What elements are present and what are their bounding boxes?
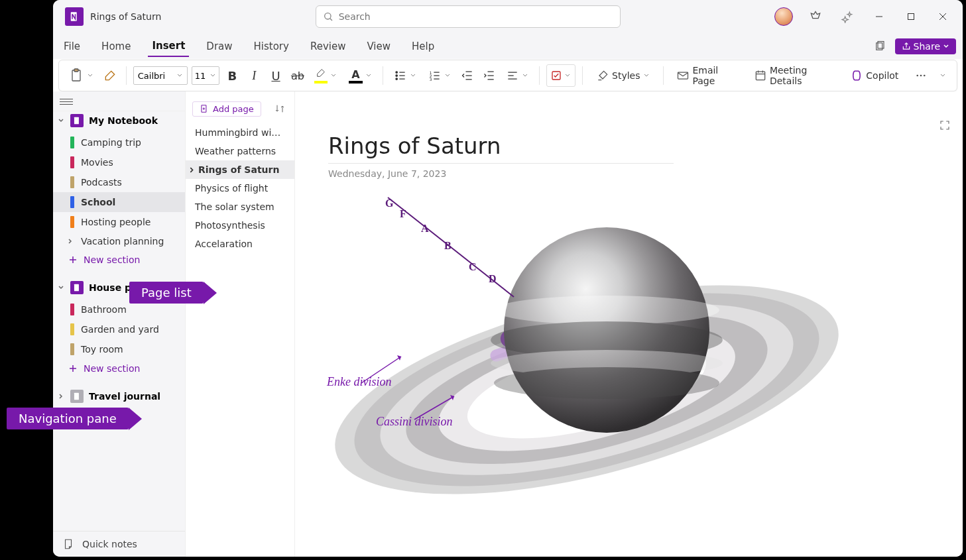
font-color-button[interactable]: A	[345, 64, 375, 87]
bold-button[interactable]: B	[223, 64, 241, 87]
ribbon-expand-button[interactable]	[934, 64, 951, 87]
svg-point-8	[395, 75, 397, 77]
saturn-svg	[322, 191, 852, 535]
chevron-down-icon	[330, 72, 337, 79]
close-button[interactable]	[928, 3, 957, 30]
user-avatar[interactable]	[774, 7, 793, 26]
chevron-down-icon	[522, 72, 528, 79]
email-page-button[interactable]: Email Page	[670, 64, 743, 87]
font-size-select[interactable]: 11	[192, 66, 219, 85]
svg-rect-21	[74, 284, 79, 292]
section-camping-trip[interactable]: Camping trip	[53, 133, 185, 152]
bullet-list-button[interactable]	[390, 64, 420, 87]
page-item[interactable]: Accelaration	[186, 235, 294, 253]
chevron-down-icon	[564, 72, 571, 79]
svg-rect-22	[74, 393, 79, 400]
page-item[interactable]: Physics of flight	[186, 179, 294, 197]
svg-point-9	[395, 78, 397, 80]
page-item[interactable]: Photosynthesis	[186, 216, 294, 235]
underline-button[interactable]: U	[267, 64, 285, 87]
add-page-button[interactable]: Add page	[192, 101, 261, 117]
highlight-button[interactable]	[310, 64, 341, 87]
copilot-button[interactable]: Copilot	[843, 64, 905, 87]
more-options-button[interactable]	[912, 64, 930, 87]
plus-icon	[69, 364, 77, 372]
notebook-icon	[70, 114, 84, 127]
quick-notes-button[interactable]: Quick notes	[53, 531, 185, 557]
page-item-selected[interactable]: Rings of Saturn	[186, 160, 294, 179]
note-icon	[62, 538, 74, 550]
menu-insert[interactable]: Insert	[148, 36, 189, 57]
italic-button[interactable]: I	[245, 64, 263, 87]
align-button[interactable]	[502, 64, 532, 87]
menu-file[interactable]: File	[60, 36, 84, 56]
page-item[interactable]: The solar system	[186, 197, 294, 216]
chevron-down-icon	[939, 72, 946, 79]
premium-icon[interactable]	[801, 3, 830, 30]
global-search[interactable]	[316, 5, 621, 28]
annotation-enke: Enke division	[327, 375, 391, 389]
section-toy-room[interactable]: Toy room	[53, 339, 185, 359]
chevron-down-icon	[210, 72, 216, 79]
ring-label-f: F	[400, 208, 406, 220]
chevron-down-icon	[176, 72, 183, 79]
page-title[interactable]: Rings of Saturn	[328, 133, 674, 164]
hamburger-icon[interactable]	[60, 95, 73, 109]
window-title: Rings of Saturn	[90, 11, 161, 22]
saturn-illustration: G F A B C D Enke division Cassini divisi…	[322, 191, 852, 535]
strikethrough-button[interactable]: ab	[288, 64, 306, 87]
section-garden-and-yard[interactable]: Garden and yard	[53, 319, 185, 339]
ring-label-b: B	[444, 240, 452, 252]
menu-review[interactable]: Review	[306, 36, 350, 56]
font-family-select[interactable]: Cailbri	[133, 66, 188, 85]
share-button[interactable]: Share	[895, 38, 956, 54]
title-bar: Rings of Saturn	[53, 0, 963, 33]
menu-home[interactable]: Home	[97, 36, 135, 56]
new-section-button[interactable]: New section	[53, 251, 185, 269]
menu-view[interactable]: View	[363, 36, 394, 56]
page-item[interactable]: Hummingbird wing...	[186, 123, 294, 142]
chevron-down-icon	[943, 43, 949, 50]
new-section-button-2[interactable]: New section	[53, 359, 185, 378]
search-icon	[323, 11, 333, 22]
page-date: Wednesday, June 7, 2023	[328, 168, 446, 179]
chevron-down-icon	[410, 72, 416, 79]
indent-button[interactable]	[480, 64, 498, 87]
menu-draw[interactable]: Draw	[202, 36, 236, 56]
paste-button[interactable]	[64, 64, 97, 87]
menu-history[interactable]: History	[250, 36, 293, 56]
chevron-right-icon	[57, 392, 65, 400]
notebook-header-travel-journal[interactable]: Travel journal	[53, 387, 185, 408]
ring-label-g: G	[385, 197, 393, 209]
section-school[interactable]: School	[53, 192, 185, 212]
open-in-new-window-icon[interactable]	[870, 36, 890, 56]
notebook-header-my-notebook[interactable]: My Notebook	[53, 111, 185, 133]
styles-button[interactable]: Styles	[589, 64, 656, 87]
section-vacation-planning[interactable]: Vacation planning	[53, 232, 185, 251]
sparkle-icon[interactable]	[833, 3, 862, 30]
menu-help[interactable]: Help	[408, 36, 438, 56]
callout-nav-pane: Navigation pane	[7, 408, 129, 429]
format-painter-button[interactable]	[101, 64, 119, 87]
minimize-button[interactable]	[865, 3, 894, 30]
search-input[interactable]	[339, 11, 613, 22]
fullscreen-icon[interactable]	[939, 119, 951, 134]
notebook-icon	[70, 281, 84, 294]
meeting-details-button[interactable]: Meeting Details	[747, 64, 839, 87]
svg-point-18	[924, 75, 926, 77]
chevron-down-icon	[365, 72, 372, 79]
section-movies[interactable]: Movies	[53, 152, 185, 172]
sort-pages-button[interactable]	[272, 101, 288, 117]
maximize-button[interactable]	[896, 3, 926, 30]
section-hosting-people[interactable]: Hosting people	[53, 212, 185, 232]
page-item[interactable]: Weather patterns	[186, 142, 294, 160]
navigation-pane: My Notebook Camping trip Movies Podcasts…	[53, 91, 186, 557]
chevron-down-icon	[87, 72, 93, 79]
ring-label-d: D	[489, 273, 497, 285]
sort-icon	[274, 103, 285, 114]
numbered-list-button[interactable]: 123	[424, 64, 455, 87]
page-canvas[interactable]: Rings of Saturn Wednesday, June 7, 2023	[295, 91, 963, 557]
section-podcasts[interactable]: Podcasts	[53, 172, 185, 192]
todo-tag-button[interactable]	[546, 64, 575, 87]
outdent-button[interactable]	[459, 64, 477, 87]
